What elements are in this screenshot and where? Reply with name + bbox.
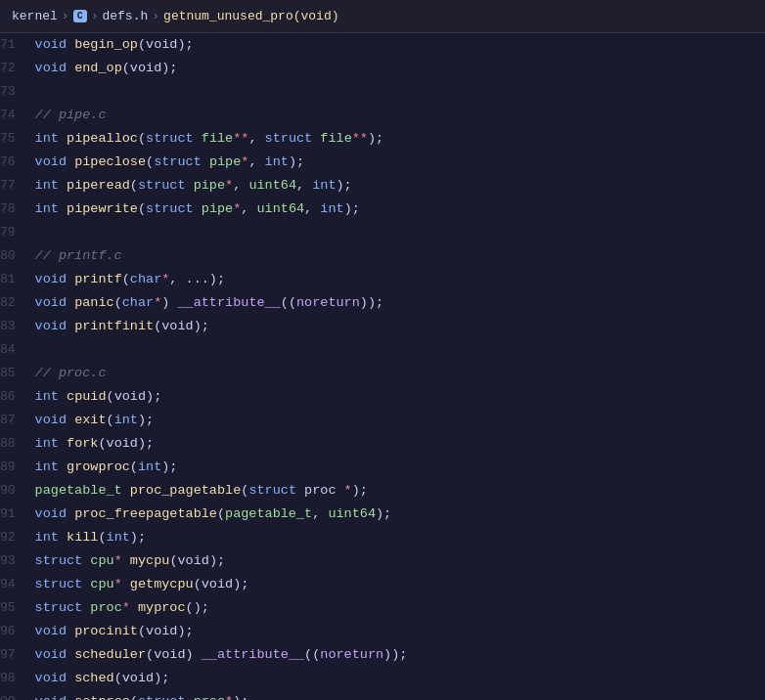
token-punct: pipewrite(struct pipe*, uint64, int); bbox=[59, 201, 360, 216]
line-number: 99 bbox=[0, 690, 35, 700]
code-text: void exit(int); bbox=[35, 409, 155, 432]
line-number: 87 bbox=[0, 409, 35, 432]
code-line-92: 92int kill(int); bbox=[0, 526, 765, 549]
breadcrumb: kernel › C › defs.h › getnum_unused_pro(… bbox=[12, 9, 339, 23]
token-kw-struct: struct bbox=[35, 577, 83, 591]
code-text: void scheduler(void) __attribute__((nore… bbox=[35, 643, 408, 667]
code-text: void end_op(void); bbox=[35, 57, 178, 80]
code-text: // pipe.c bbox=[35, 104, 107, 127]
code-line-88: 88int fork(void); bbox=[0, 432, 765, 456]
code-text: int growproc(int); bbox=[35, 456, 178, 479]
code-line-75: 75int pipealloc(struct file**, struct fi… bbox=[0, 127, 765, 151]
token-punct: mycpu(void); bbox=[122, 553, 225, 568]
line-number: 95 bbox=[0, 596, 35, 620]
token-kw-int: int bbox=[35, 436, 59, 451]
code-line-84: 84 bbox=[0, 338, 765, 362]
line-number: 85 bbox=[0, 362, 35, 385]
token-punct: myproc(); bbox=[130, 600, 209, 615]
code-text: struct cpu* getmycpu(void); bbox=[35, 573, 249, 596]
token-punct: growproc(int); bbox=[59, 459, 178, 474]
breadcrumb-sep-2: › bbox=[91, 9, 99, 23]
breadcrumb-file: defs.h bbox=[102, 9, 148, 23]
code-line-91: 91void proc_freepagetable(pagetable_t, u… bbox=[0, 503, 765, 526]
line-number: 91 bbox=[0, 503, 35, 526]
code-text: void begin_op(void); bbox=[35, 33, 194, 57]
token-kw-void: void bbox=[35, 413, 67, 427]
line-number: 83 bbox=[0, 315, 35, 338]
code-text: void procinit(void); bbox=[35, 620, 194, 643]
code-area[interactable]: 71void begin_op(void);72void end_op(void… bbox=[0, 33, 765, 700]
line-number: 82 bbox=[0, 291, 35, 315]
token-kw-void: void bbox=[35, 295, 67, 310]
token-punct: getmycpu(void); bbox=[122, 577, 249, 591]
line-number: 74 bbox=[0, 104, 35, 127]
line-number: 71 bbox=[0, 33, 35, 57]
token-type-name: cpu bbox=[90, 553, 113, 568]
line-number: 79 bbox=[0, 221, 35, 244]
token-punct: begin_op(void); bbox=[67, 37, 194, 52]
code-text: struct proc* myproc(); bbox=[35, 596, 209, 620]
token-punct: kill(int); bbox=[59, 530, 146, 545]
code-line-82: 82void panic(char*) __attribute__((noret… bbox=[0, 291, 765, 315]
token-asterisk: * bbox=[122, 600, 130, 615]
code-line-90: 90pagetable_t proc_pagetable(struct proc… bbox=[0, 479, 765, 503]
code-text: int pipewrite(struct pipe*, uint64, int)… bbox=[35, 197, 360, 221]
code-text: pagetable_t proc_pagetable(struct proc *… bbox=[35, 479, 368, 503]
line-number: 75 bbox=[0, 127, 35, 151]
line-number: 73 bbox=[0, 80, 35, 104]
token-type-name: cpu bbox=[90, 577, 113, 591]
line-number: 77 bbox=[0, 174, 35, 197]
breadcrumb-kernel: kernel bbox=[12, 9, 58, 23]
token-kw-int: int bbox=[35, 201, 59, 216]
token-punct: end_op(void); bbox=[67, 61, 177, 75]
line-number: 76 bbox=[0, 151, 35, 174]
code-line-71: 71void begin_op(void); bbox=[0, 33, 765, 57]
code-text bbox=[35, 338, 43, 362]
token-kw-struct: struct bbox=[35, 553, 83, 568]
token-punct: pipeclose(struct pipe*, int); bbox=[67, 154, 304, 169]
code-text: int piperead(struct pipe*, uint64, int); bbox=[35, 174, 352, 197]
token-kw-void: void bbox=[35, 61, 67, 75]
token-kw-void: void bbox=[35, 694, 67, 700]
line-number: 97 bbox=[0, 643, 35, 667]
code-text: struct cpu* mycpu(void); bbox=[35, 549, 225, 573]
line-number: 92 bbox=[0, 526, 35, 549]
line-number: 90 bbox=[0, 479, 35, 503]
token-kw-int: int bbox=[35, 131, 59, 146]
line-number: 88 bbox=[0, 432, 35, 456]
token-comment: // proc.c bbox=[35, 366, 107, 380]
line-number: 93 bbox=[0, 549, 35, 573]
code-line-98: 98void sched(void); bbox=[0, 667, 765, 690]
code-text: int fork(void); bbox=[35, 432, 155, 456]
line-number: 94 bbox=[0, 573, 35, 596]
line-number: 98 bbox=[0, 667, 35, 690]
code-text: int kill(int); bbox=[35, 526, 146, 549]
title-bar: kernel › C › defs.h › getnum_unused_pro(… bbox=[0, 0, 765, 33]
token-kw-void: void bbox=[35, 671, 67, 685]
token-kw-int: int bbox=[35, 459, 59, 474]
line-number: 86 bbox=[0, 385, 35, 409]
token-kw-int: int bbox=[35, 530, 59, 545]
code-line-86: 86int cpuid(void); bbox=[0, 385, 765, 409]
code-line-85: 85// proc.c bbox=[0, 362, 765, 385]
code-text: void proc_freepagetable(pagetable_t, uin… bbox=[35, 503, 392, 526]
token-punct: fork(void); bbox=[59, 436, 154, 451]
token-punct: sched(void); bbox=[67, 671, 169, 685]
line-number: 96 bbox=[0, 620, 35, 643]
token-punct: pipealloc(struct file**, struct file**); bbox=[59, 131, 383, 146]
line-number: 78 bbox=[0, 197, 35, 221]
code-text: void printf(char*, ...); bbox=[35, 268, 225, 291]
code-text: void pipeclose(struct pipe*, int); bbox=[35, 151, 305, 174]
code-text: // printf.c bbox=[35, 244, 122, 268]
code-text bbox=[35, 80, 43, 104]
line-number: 89 bbox=[0, 456, 35, 479]
token-punct: panic(char*) __attribute__((noreturn)); bbox=[67, 295, 383, 310]
code-line-93: 93struct cpu* mycpu(void); bbox=[0, 549, 765, 573]
token-punct: piperead(struct pipe*, uint64, int); bbox=[59, 178, 352, 193]
line-number: 81 bbox=[0, 268, 35, 291]
token-kw-void: void bbox=[35, 154, 67, 169]
token-kw-int: int bbox=[35, 389, 59, 404]
breadcrumb-sep-3: › bbox=[152, 9, 159, 23]
token-kw-void: void bbox=[35, 624, 67, 638]
token-kw-void: void bbox=[35, 272, 67, 286]
